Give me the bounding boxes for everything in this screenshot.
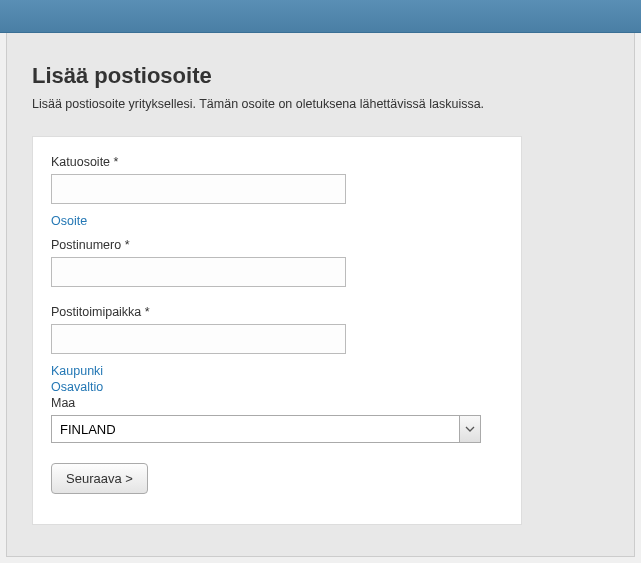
postal-label: Postinumero * [51,238,503,252]
country-select[interactable]: FINLAND [51,415,481,443]
street-label: Katuosoite * [51,155,503,169]
country-label: Maa [51,396,503,410]
next-button[interactable]: Seuraava > [51,463,148,494]
form-panel: Katuosoite * Osoite Postinumero * Postit… [32,136,522,525]
state-link[interactable]: Osavaltio [51,380,503,394]
city-label: Postitoimipaikka * [51,305,503,319]
chevron-down-icon [459,415,481,443]
content-area: Lisää postiosoite Lisää postiosoite yrit… [6,33,635,557]
street-input[interactable] [51,174,346,204]
address-link[interactable]: Osoite [51,214,503,228]
city-input[interactable] [51,324,346,354]
page-title: Lisää postiosoite [32,63,609,89]
country-value: FINLAND [60,422,116,437]
top-header-bar [0,0,641,33]
city-link[interactable]: Kaupunki [51,364,503,378]
postal-input[interactable] [51,257,346,287]
page-subtitle: Lisää postiosoite yrityksellesi. Tämän o… [32,97,609,111]
